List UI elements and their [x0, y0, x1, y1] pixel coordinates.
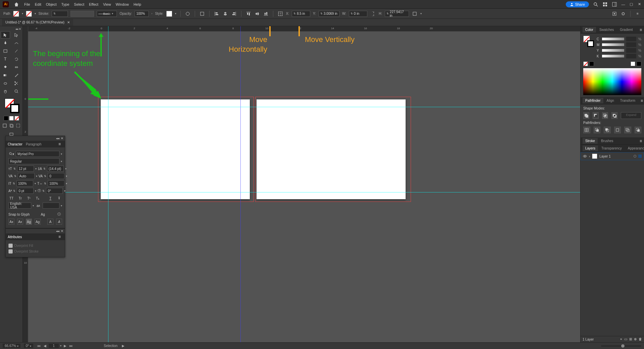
- black-swatch[interactable]: [589, 61, 594, 66]
- k-value[interactable]: [626, 54, 636, 58]
- menu-window[interactable]: Window: [116, 2, 129, 6]
- menu-object[interactable]: Object: [46, 2, 57, 6]
- k-slider[interactable]: [602, 55, 624, 57]
- panel-close-icon[interactable]: ✕: [61, 229, 63, 233]
- align-bottom-icon[interactable]: [263, 11, 269, 17]
- panel-menu-icon[interactable]: ≡: [56, 142, 63, 146]
- selection-tool[interactable]: [1, 31, 10, 39]
- guide-vertical[interactable]: [108, 26, 108, 342]
- draw-behind-icon[interactable]: [8, 123, 14, 129]
- align-middle-v-icon[interactable]: [254, 11, 260, 17]
- underline-icon[interactable]: T: [47, 195, 53, 201]
- zoom-level[interactable]: 66.67% ▾: [3, 344, 20, 348]
- menu-effect[interactable]: Effect: [89, 2, 98, 6]
- direct-select-tool[interactable]: [12, 31, 21, 39]
- pf-minus-back-icon[interactable]: [635, 127, 642, 133]
- menu-file[interactable]: File: [24, 2, 30, 6]
- baseline-input[interactable]: 0 pt: [17, 188, 34, 194]
- font-size-input[interactable]: 12 pt: [17, 166, 34, 172]
- vscale-input[interactable]: 100%: [16, 180, 33, 186]
- layer-name[interactable]: Layer 1: [599, 155, 610, 158]
- next-artboard-icon[interactable]: ▶: [63, 344, 67, 348]
- chevron-right-icon[interactable]: ›: [589, 155, 590, 158]
- swatch-white[interactable]: [9, 116, 14, 121]
- minimize-icon[interactable]: —: [621, 2, 625, 6]
- allcaps-icon[interactable]: TT: [8, 195, 14, 201]
- tab-swatches[interactable]: Swatches: [597, 27, 616, 33]
- shape-props-icon[interactable]: [412, 11, 418, 17]
- panel-menu-icon[interactable]: ≡: [56, 234, 63, 239]
- toolbox-close-icon[interactable]: ✕: [19, 28, 21, 31]
- chevron-down-icon[interactable]: ▾: [22, 12, 23, 15]
- draw-inside-icon[interactable]: [15, 123, 21, 129]
- scrollbar-h[interactable]: [601, 345, 641, 347]
- pf-crop-icon[interactable]: [614, 127, 621, 133]
- menu-type[interactable]: Type: [61, 2, 70, 6]
- transform-ref-icon[interactable]: [277, 11, 283, 17]
- m-slider[interactable]: [602, 43, 624, 46]
- expand-button[interactable]: Expand: [621, 112, 641, 119]
- eyedropper-tool[interactable]: [12, 72, 21, 79]
- layers-collect-icon[interactable]: ▭: [624, 337, 627, 341]
- scissors-tool[interactable]: [12, 80, 21, 87]
- swatch-black[interactable]: [4, 116, 8, 121]
- chevron-down-icon[interactable]: ▾: [61, 152, 62, 156]
- prev-artboard-icon[interactable]: ◀: [43, 344, 47, 348]
- toolbox-collapse-icon[interactable]: ◂◂: [15, 28, 18, 31]
- leading-input[interactable]: (14.4 pt): [47, 166, 64, 172]
- first-artboard-icon[interactable]: ⏮: [37, 344, 41, 348]
- visibility-icon[interactable]: [583, 154, 587, 158]
- chevron-down-icon[interactable]: ▾: [61, 160, 62, 163]
- pf-minus-front-icon[interactable]: [593, 112, 599, 119]
- extra-opts-icon[interactable]: ≡: [635, 11, 641, 17]
- workspace-icon[interactable]: [612, 2, 617, 7]
- font-style-input[interactable]: Regular: [8, 158, 59, 164]
- chevron-right-icon[interactable]: ›: [151, 12, 152, 15]
- none-swatch[interactable]: [583, 61, 588, 66]
- layers-new-icon[interactable]: ⊕: [634, 337, 637, 341]
- glyph-icon[interactable]: Ag: [40, 211, 46, 217]
- tab-attributes[interactable]: Attributes: [8, 235, 22, 239]
- tab-align[interactable]: Align: [604, 98, 617, 103]
- paintbrush-tool[interactable]: [12, 47, 21, 55]
- recolor-icon[interactable]: [185, 11, 191, 17]
- layers-locate-icon[interactable]: ⌖: [620, 337, 622, 341]
- type-tool[interactable]: T: [1, 55, 10, 63]
- status-play-icon[interactable]: ▶: [121, 344, 126, 348]
- search-font-icon[interactable]: ▾: [8, 151, 14, 157]
- anti-alias-select[interactable]: [43, 203, 59, 209]
- guide-horizontal[interactable]: [28, 192, 580, 192]
- fill-stroke-mini[interactable]: [583, 36, 594, 47]
- home-icon[interactable]: [13, 1, 19, 7]
- panel-close-icon[interactable]: ✕: [61, 137, 63, 140]
- tab-layers[interactable]: Layers: [583, 145, 598, 151]
- swatch-none[interactable]: [14, 116, 19, 121]
- selected-guide-vertical[interactable]: [240, 26, 241, 342]
- overprint-fill-checkbox[interactable]: [8, 244, 13, 248]
- tab-pathfinder[interactable]: Pathfinder: [583, 98, 603, 103]
- panel-collapse-icon[interactable]: ◂◂: [56, 137, 59, 140]
- superscript-icon[interactable]: T¹: [26, 195, 32, 201]
- snap-proximity-icon[interactable]: Ag: [35, 219, 41, 225]
- y-slider[interactable]: [602, 49, 624, 52]
- strikethrough-icon[interactable]: Ŧ: [56, 195, 62, 201]
- snap-angular-italic-icon[interactable]: A: [56, 219, 62, 225]
- maximize-icon[interactable]: ▢: [629, 2, 633, 6]
- c-slider[interactable]: [602, 38, 624, 40]
- overprint-stroke-checkbox[interactable]: [8, 249, 13, 254]
- layer-row[interactable]: › Layer 1: [581, 152, 644, 160]
- guide-horizontal[interactable]: [28, 107, 580, 107]
- font-family-input[interactable]: Myriad Pro: [16, 151, 59, 157]
- align-right-icon[interactable]: [231, 11, 237, 17]
- rotate-view[interactable]: 0° ▾: [24, 344, 33, 348]
- pf-trim-icon[interactable]: [594, 127, 601, 133]
- panel-menu-icon[interactable]: ≡: [638, 139, 644, 143]
- snap-angular-icon[interactable]: A: [47, 219, 53, 225]
- pen-tool[interactable]: [1, 39, 10, 47]
- hand-tool[interactable]: [1, 88, 10, 95]
- smallcaps-icon[interactable]: Tr: [17, 195, 23, 201]
- tab-appearance[interactable]: Appearance: [625, 145, 644, 151]
- tab-character[interactable]: Character: [8, 142, 22, 146]
- opacity-input[interactable]: 100%: [135, 11, 149, 17]
- isolate-icon[interactable]: [611, 11, 617, 17]
